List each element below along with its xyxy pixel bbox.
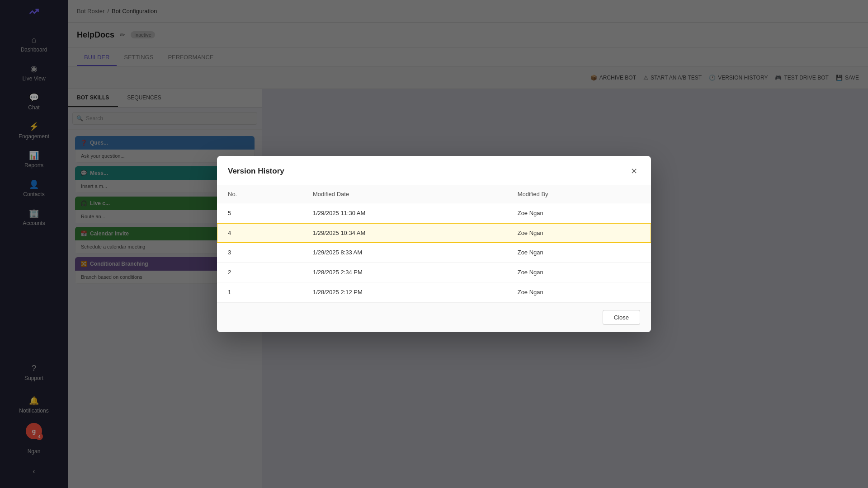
table-row[interactable]: 21/28/2025 2:34 PMZoe Ngan [217,263,651,282]
close-modal-button[interactable]: Close [603,310,640,325]
cell-modified-date: 1/28/2025 2:34 PM [302,263,507,282]
modal-close-button[interactable]: ✕ [627,165,640,178]
col-modified-by: Modified By [507,185,651,203]
table-row[interactable]: 41/29/2025 10:34 AMZoe Ngan [217,223,651,243]
version-table: No. Modified Date Modified By 51/29/2025… [217,185,651,302]
version-history-modal: Version History ✕ No. Modified Date Modi… [217,156,651,332]
table-row[interactable]: 51/29/2025 11:30 AMZoe Ngan [217,203,651,223]
table-row[interactable]: 31/29/2025 8:33 AMZoe Ngan [217,243,651,263]
cell-modified-date: 1/29/2025 10:34 AM [302,223,507,243]
cell-no: 1 [217,282,302,302]
cell-modified-date: 1/29/2025 11:30 AM [302,203,507,223]
cell-no: 2 [217,263,302,282]
modal-footer: Close [217,302,651,332]
table-header-row: No. Modified Date Modified By [217,185,651,203]
cell-modified-by: Zoe Ngan [507,263,651,282]
cell-modified-date: 1/29/2025 8:33 AM [302,243,507,263]
cell-no: 4 [217,223,302,243]
col-modified-date: Modified Date [302,185,507,203]
cell-modified-by: Zoe Ngan [507,282,651,302]
cell-no: 5 [217,203,302,223]
modal-body: No. Modified Date Modified By 51/29/2025… [217,185,651,302]
modal-header: Version History ✕ [217,156,651,185]
cell-modified-by: Zoe Ngan [507,243,651,263]
modal-title: Version History [228,167,284,176]
cell-modified-by: Zoe Ngan [507,223,651,243]
cell-no: 3 [217,243,302,263]
cell-modified-by: Zoe Ngan [507,203,651,223]
cell-modified-date: 1/28/2025 2:12 PM [302,282,507,302]
col-no: No. [217,185,302,203]
table-row[interactable]: 11/28/2025 2:12 PMZoe Ngan [217,282,651,302]
